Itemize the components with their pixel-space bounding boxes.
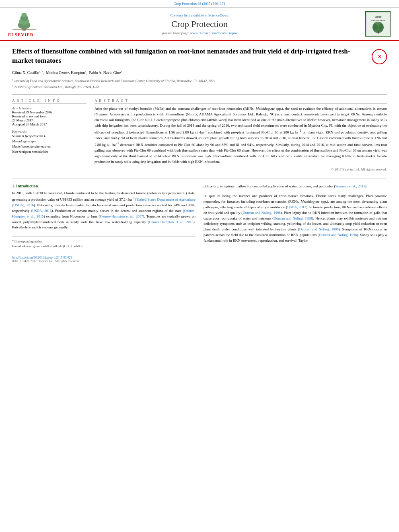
corresponding-label: * Corresponding author.: [12, 240, 43, 243]
elsevier-wordmark: ELSEVIER: [8, 32, 34, 37]
received-revised-label: Received in revised form: [12, 114, 86, 118]
intro-para-3: In spite of being the number one produce…: [204, 193, 387, 244]
history-label: Article history:: [12, 106, 86, 110]
keyword-3: Methyl bromide alternatives: [12, 144, 86, 149]
affiliations-section: a Institute of Food and Agricultural Sci…: [12, 78, 387, 89]
author-1-sup: a, *: [39, 70, 43, 73]
svg-point-4: [21, 12, 27, 17]
author-1-name: Gilma X. Castillo: [12, 71, 39, 75]
section-1-title: 1. Introduction: [12, 184, 195, 188]
journal-header-center: Contents lists available at ScienceDirec…: [56, 13, 343, 35]
body-col-right: utilize drip irrigation to allow for con…: [204, 184, 387, 263]
article-title: Effects of fluensulfone combined with so…: [12, 47, 372, 66]
author-2-name: Monica Ozores-Hampton: [46, 71, 85, 75]
abstract-col: A B S T R A C T After the phase-out of m…: [95, 99, 387, 171]
svg-point-12: [373, 24, 378, 31]
copyright-notice: © 2017 Elsevier Ltd. All rights reserved…: [95, 167, 387, 171]
crop-protection-logo: CROP PROTECTION: [365, 11, 391, 37]
article-title-section: Effects of fluensulfone combined with so…: [12, 47, 387, 66]
affiliation-a: a Institute of Food and Agricultural Sci…: [12, 78, 387, 84]
corresponding-note: * Corresponding author.: [12, 239, 195, 244]
intro-para-2: utilize drip irrigation to allow for con…: [204, 184, 387, 189]
intro-para-1: In 2015, with 13,030 ha harvested, Flori…: [12, 191, 195, 231]
issn-text: 0261-2194/© 2017 Elsevier Ltd. All right…: [12, 259, 195, 263]
keywords-section: Keywords: Solanum lycopersicum L. Meloid…: [12, 129, 86, 154]
publisher-logo-area: 1 ELSEVIER: [8, 11, 56, 37]
svg-text:CROP: CROP: [374, 16, 381, 18]
abstract-text: After the phase-out of methyl bromide (M…: [95, 106, 387, 164]
received-date: Received 29 November 2016: [12, 110, 86, 114]
authors-line: Gilma X. Castilloa, *, Monica Ozores-Ham…: [12, 70, 387, 76]
revised-date: 27 March 2017: [12, 118, 86, 122]
body-section: 1. Introduction In 2015, with 13,030 ha …: [12, 179, 387, 263]
journal-homepage-line: journal homepage: www.elsevier.com/locat…: [56, 31, 343, 35]
homepage-link[interactable]: www.elsevier.com/locate/cropro: [190, 31, 237, 35]
journal-header: 1 ELSEVIER Contents lists available at S…: [0, 8, 399, 41]
body-col-left: 1. Introduction In 2015, with 13,030 ha …: [12, 184, 195, 263]
keywords-label: Keywords:: [12, 129, 86, 134]
elsevier-tree-icon: 1: [8, 11, 40, 31]
crop-protection-logo-icon: CROP PROTECTION: [366, 12, 390, 36]
crossmark-icon: ✕: [378, 54, 381, 60]
keyword-1: Solanum lycopersicum L.: [12, 134, 86, 139]
doi-text[interactable]: http://dx.doi.org/10.1016/j.cropro.2017.…: [12, 256, 195, 259]
svg-text:1: 1: [10, 30, 12, 31]
journal-citation-banner: Crop Protection 98 (2017) 166–171: [0, 0, 399, 8]
abstract-heading: A B S T R A C T: [95, 99, 387, 104]
contents-note-text: Contents lists available at: [171, 13, 208, 17]
email-label: E-mail address: gilma.castillo@ufl.edu (…: [12, 244, 83, 248]
author-3-name: Pablo A. Navia Gine: [89, 71, 121, 75]
elsevier-logo: 1 ELSEVIER: [8, 11, 56, 37]
keyword-2: Meloidogyne spp.: [12, 139, 86, 144]
article-info-col: A R T I C L E I N F O Article history: R…: [12, 99, 86, 171]
info-abstract-section: A R T I C L E I N F O Article history: R…: [12, 94, 387, 171]
affiliation-b: b ADAMA Agricultural Solutions Ltd., Ral…: [12, 84, 387, 90]
keyword-4: Non-fumigant nematicides: [12, 149, 86, 154]
svg-point-13: [378, 24, 383, 31]
author-3-sup: b: [121, 70, 122, 73]
accepted-date: Accepted 28 March 2017: [12, 122, 86, 126]
author-2-sup: a: [85, 70, 86, 73]
body-two-col: 1. Introduction In 2015, with 13,030 ha …: [12, 184, 387, 263]
footnote-section: * Corresponding author. E-mail address: …: [12, 236, 195, 249]
email-note: E-mail address: gilma.castillo@ufl.edu (…: [12, 244, 195, 249]
journal-logo-area: CROP PROTECTION: [343, 11, 391, 37]
article-container: Effects of fluensulfone combined with so…: [0, 41, 399, 269]
crossmark-badge: ✕: [372, 49, 387, 64]
svg-text:PROTECTION: PROTECTION: [371, 19, 385, 21]
journal-citation-text: Crop Protection 98 (2017) 166–171: [174, 2, 226, 6]
journal-title: Crop Protection: [56, 19, 343, 29]
sciencedirect-note: Contents lists available at ScienceDirec…: [56, 13, 343, 17]
article-info-heading: A R T I C L E I N F O: [12, 99, 86, 104]
homepage-label: journal homepage:: [162, 31, 189, 35]
sciencedirect-link[interactable]: ScienceDirect: [208, 13, 228, 17]
page-footer: http://dx.doi.org/10.1016/j.cropro.2017.…: [12, 254, 195, 263]
